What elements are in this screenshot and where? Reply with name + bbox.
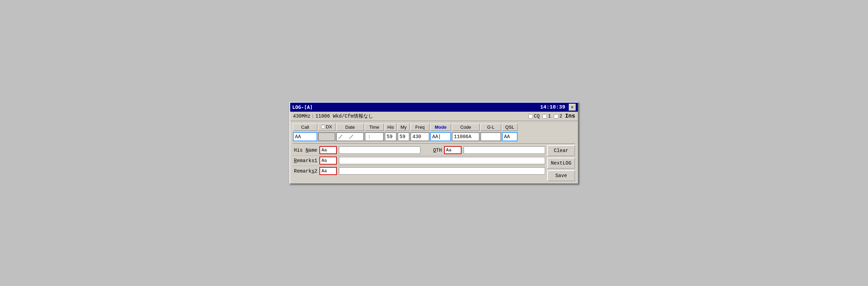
qth-label: QTH	[433, 148, 442, 153]
mode-input[interactable]	[430, 132, 451, 141]
remarks2-label: Remarks2	[293, 168, 317, 174]
status-bar: 430MHz：11006 Wkd/Cfm情報なし CQ 1 2 Ins	[290, 112, 578, 121]
hisname-label: His Name	[293, 148, 317, 153]
col-date[interactable]: Date	[336, 124, 364, 131]
content-area: Call DX Date Time His My Freq Mode Code …	[290, 121, 578, 183]
col-my[interactable]: My	[397, 124, 410, 131]
one-checkbox-item[interactable]: 1	[542, 113, 551, 119]
remarks2-small-input[interactable]	[319, 167, 337, 175]
his-input[interactable]	[385, 132, 397, 141]
cq-checkbox-item[interactable]: CQ	[528, 113, 540, 119]
window-title: LOG-[A]	[292, 104, 313, 110]
status-checkboxes: CQ 1 2 Ins	[528, 113, 575, 119]
bottom-fields: His Name QTH Remarks1	[293, 145, 545, 181]
call-input[interactable]	[293, 132, 317, 141]
title-bar-right: 14:10:39 ×	[540, 104, 576, 111]
cq-label: CQ	[534, 113, 540, 119]
remarks1-row: Remarks1	[293, 156, 545, 166]
hisname-row: His Name QTH	[293, 145, 545, 156]
time-input[interactable]	[365, 132, 384, 141]
dx-checkbox-inline[interactable]: DX	[321, 124, 332, 129]
two-checkbox-item[interactable]: 2	[554, 113, 562, 119]
dx-input[interactable]	[318, 132, 335, 141]
remarks2-row: Remarks2	[293, 166, 545, 176]
one-label: 1	[548, 113, 551, 119]
cq-checkbox[interactable]	[528, 114, 533, 119]
freq-input[interactable]	[410, 132, 429, 141]
remarks1-label: Remarks1	[293, 158, 317, 164]
col-code[interactable]: Code	[452, 124, 480, 131]
dx-checkbox[interactable]	[321, 125, 325, 129]
my-input[interactable]	[397, 132, 410, 141]
separator-1	[293, 143, 575, 144]
remarks2-wide-input[interactable]	[339, 167, 545, 175]
qsl-input[interactable]	[502, 132, 518, 141]
col-gl[interactable]: G·L	[480, 124, 501, 131]
save-button[interactable]: Save	[547, 170, 575, 181]
main-window: LOG-[A] 14:10:39 × 430MHz：11006 Wkd/Cfm情…	[289, 102, 579, 184]
qth-small-input[interactable]	[444, 146, 462, 154]
hisname-small-input[interactable]	[319, 146, 337, 154]
status-info: 430MHz：11006 Wkd/Cfm情報なし	[293, 113, 521, 119]
code-input[interactable]	[452, 132, 480, 141]
hisname-wide-input[interactable]	[339, 146, 420, 154]
remarks1-small-input[interactable]	[319, 157, 337, 165]
close-button[interactable]: ×	[569, 104, 576, 111]
title-bar: LOG-[A] 14:10:39 ×	[290, 103, 578, 112]
one-checkbox[interactable]	[542, 114, 547, 119]
col-dx[interactable]: DX	[318, 123, 335, 131]
clear-button[interactable]: Clear	[547, 145, 575, 156]
column-headers: Call DX Date Time His My Freq Mode Code …	[293, 123, 575, 131]
ins-label: Ins	[565, 113, 575, 119]
col-call[interactable]: Call	[293, 124, 317, 131]
gl-input[interactable]	[480, 132, 501, 141]
bottom-area: His Name QTH Remarks1	[293, 145, 575, 181]
window-time: 14:10:39	[540, 104, 565, 110]
col-freq[interactable]: Freq	[410, 124, 429, 131]
buttons-panel: Clear NextLOG Save	[547, 145, 575, 181]
input-row	[293, 132, 575, 141]
col-mode[interactable]: Mode	[430, 124, 451, 131]
two-label: 2	[559, 113, 562, 119]
col-his[interactable]: His	[385, 124, 397, 131]
nextlog-button[interactable]: NextLOG	[547, 158, 575, 169]
date-input[interactable]	[336, 132, 364, 141]
two-checkbox[interactable]	[554, 114, 558, 119]
col-time[interactable]: Time	[365, 124, 384, 131]
remarks1-wide-input[interactable]	[339, 157, 545, 164]
col-qsl[interactable]: QSL	[502, 124, 518, 131]
qth-wide-input[interactable]	[464, 146, 545, 154]
